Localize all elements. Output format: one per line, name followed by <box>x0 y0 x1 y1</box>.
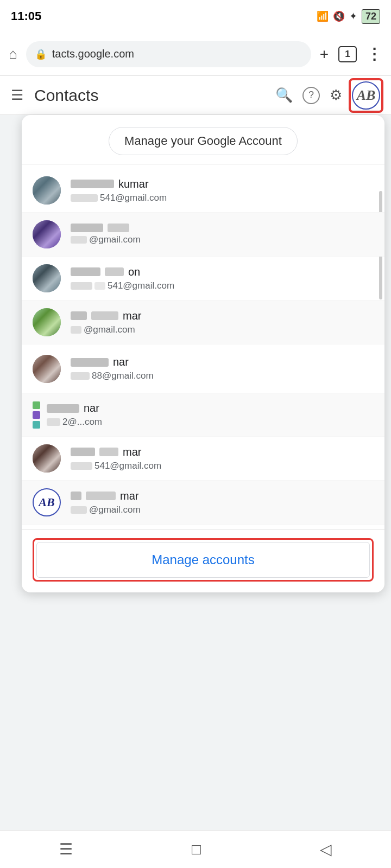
account-name: mar <box>120 490 138 502</box>
home-icon[interactable]: ⌂ <box>9 46 17 62</box>
manage-accounts-button[interactable]: Manage accounts <box>36 542 370 578</box>
settings-icon[interactable]: ⚙ <box>330 87 342 104</box>
search-icon[interactable]: 🔍 <box>275 87 293 104</box>
nav-menu-icon[interactable]: ☰ <box>59 840 73 858</box>
account-info: nar 2@...com <box>47 402 374 427</box>
list-item[interactable]: @gmail.com <box>22 213 384 257</box>
avatar <box>33 220 61 248</box>
account-name: mar <box>123 310 141 322</box>
status-bar: 11:05 📶 🔇 ✦ 72 <box>0 0 391 33</box>
account-name: nar <box>113 356 129 368</box>
help-icon[interactable]: ? <box>302 87 320 104</box>
account-info: mar @gmail.com <box>71 310 374 335</box>
battery-indicator: 72 <box>362 9 380 24</box>
hamburger-icon[interactable]: ☰ <box>11 87 23 104</box>
lock-icon: 🔒 <box>35 48 47 60</box>
account-email: @gmail.com <box>84 324 135 335</box>
manage-accounts-section: Manage accounts <box>22 529 384 592</box>
avatar-circle: AB <box>352 81 380 110</box>
avatar-text: AB <box>357 87 376 104</box>
list-item[interactable]: nar 88@gmail.com <box>22 344 384 393</box>
signal-icon: 📶 <box>317 10 329 22</box>
avatar <box>33 355 61 383</box>
account-name: on <box>128 266 140 278</box>
avatar <box>33 308 61 336</box>
account-email: 2@...com <box>62 417 102 427</box>
account-email: 541@gmail.com <box>108 280 174 291</box>
manage-accounts-btn-highlight: Manage accounts <box>33 538 374 582</box>
status-icons: 📶 🔇 ✦ 72 <box>317 9 380 24</box>
url-text: tacts.google.com <box>52 48 134 60</box>
account-info: kumar 541@gmail.com <box>71 178 374 203</box>
app-title: Contacts <box>34 86 264 105</box>
account-info: @gmail.com <box>71 224 374 245</box>
mute-icon: 🔇 <box>333 10 345 22</box>
add-tab-icon[interactable]: + <box>320 46 329 63</box>
account-info: mar 541@gmail.com <box>71 446 374 471</box>
tab-count[interactable]: 1 <box>338 46 357 62</box>
account-email: 88@gmail.com <box>92 371 154 381</box>
account-email: 541@gmail.com <box>100 193 167 203</box>
app-header: ☰ Contacts 🔍 ? ⚙ AB <box>0 76 391 115</box>
list-item[interactable]: nar 2@...com <box>22 393 384 437</box>
header-icons: 🔍 ? ⚙ AB <box>275 81 380 110</box>
nav-home-icon[interactable]: □ <box>192 841 201 858</box>
status-time: 11:05 <box>11 9 41 23</box>
account-email: @gmail.com <box>89 234 141 245</box>
list-item[interactable]: AB mar @gmail.com <box>22 481 384 525</box>
list-item[interactable]: mar @gmail.com <box>22 301 384 344</box>
account-name: nar <box>84 402 99 414</box>
browser-bar: ⌂ 🔒 tacts.google.com + 1 ⋮ <box>0 33 391 76</box>
list-item[interactable]: kumar 541@gmail.com <box>22 169 384 213</box>
manage-google-account-button[interactable]: Manage your Google Account <box>109 127 298 155</box>
avatar: AB <box>33 488 61 516</box>
nav-back-icon[interactable]: ◁ <box>320 840 332 858</box>
avatar <box>33 264 61 292</box>
avatar <box>33 176 61 205</box>
avatar <box>33 444 61 473</box>
bluetooth-icon: ✦ <box>349 10 357 22</box>
avatar-wrapper[interactable]: AB <box>352 81 380 110</box>
account-name: mar <box>123 446 141 458</box>
bottom-nav: ☰ □ ◁ <box>0 830 391 868</box>
account-name: kumar <box>118 178 149 190</box>
browser-actions: + 1 ⋮ <box>320 45 382 63</box>
account-info: on 541@gmail.com <box>71 266 374 291</box>
url-bar[interactable]: 🔒 tacts.google.com <box>26 41 311 67</box>
account-email: 541@gmail.com <box>94 461 161 471</box>
list-item[interactable]: mar 541@gmail.com <box>22 437 384 481</box>
dropdown-panel: Manage your Google Account kumar 541@gma… <box>22 115 384 592</box>
account-info: nar 88@gmail.com <box>71 356 374 381</box>
list-item[interactable]: on 541@gmail.com <box>22 257 384 301</box>
more-options-icon[interactable]: ⋮ <box>367 45 382 63</box>
account-info: mar @gmail.com <box>71 490 374 515</box>
account-email: @gmail.com <box>89 505 141 515</box>
account-list: kumar 541@gmail.com @gmail.co <box>22 164 384 529</box>
manage-google-account-section: Manage your Google Account <box>22 115 384 164</box>
